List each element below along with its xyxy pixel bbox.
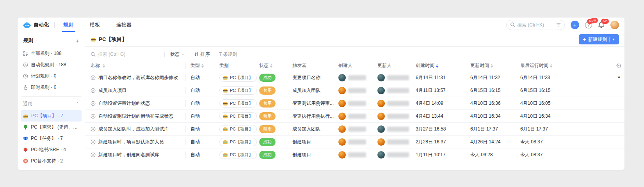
table-row[interactable]: A新建项目时，创建同名测试库自动PC【项目】成功创建项目1月11日 10:17今…	[85, 148, 624, 161]
tab-连接器[interactable]: 连接器	[113, 18, 135, 32]
global-search-input[interactable]	[517, 22, 554, 28]
rule-name-cell[interactable]: A成员加入团队时，成员加入测试库	[85, 126, 186, 132]
user-avatar[interactable]	[610, 21, 619, 29]
status-filter[interactable]: 状态 ⌄	[170, 51, 185, 58]
sidebar-item-自动化规则[interactable]: A自动化规则 · 188	[21, 59, 82, 71]
quick-add-button[interactable]: +	[571, 21, 579, 29]
avatar	[338, 151, 346, 159]
column-header-类别[interactable]: 类别	[219, 62, 259, 69]
scroll-up-arrow[interactable]: ▲	[617, 74, 621, 79]
table-row[interactable]: A新建项目时，项目默认添加人员自动PC【项目】成功创建项目2月28日 16:37…	[85, 136, 624, 148]
rule-search-input[interactable]	[98, 51, 163, 57]
sort-control[interactable]: 排序	[194, 51, 210, 58]
app-name: 自动化	[34, 21, 49, 28]
add-rule-group-button[interactable]: +	[76, 37, 79, 44]
rule-name-cell[interactable]: A新建项目时，项目默认添加人员	[85, 139, 186, 145]
content-area: 规则 + 全部规则 · 188A自动化规则 · 188计划规则 · 0即时规则 …	[18, 32, 624, 170]
user-name-redacted	[387, 139, 409, 145]
svg-text:A: A	[25, 63, 27, 67]
sidebar-item-全部规则[interactable]: 全部规则 · 188	[21, 48, 82, 59]
sidebar-category-PC【任务】[interactable]: PC【任务】 · 7	[21, 133, 82, 144]
table-row[interactable]: A成员加入团队时，成员加入测试库自动PC【项目】禁用成员加入团队3月27日 16…	[85, 123, 624, 136]
sidebar-item-即时规则[interactable]: 即时规则 · 0	[21, 82, 82, 93]
sort-carets-icon[interactable]	[270, 64, 272, 68]
status-badge: 禁用	[259, 99, 276, 108]
column-settings-button[interactable]	[613, 60, 624, 71]
creator-cell	[338, 113, 377, 120]
column-header-触发器[interactable]: 触发器	[292, 62, 338, 69]
avatar	[338, 74, 346, 81]
sidebar-category-PC【项目】[interactable]: PC【项目】 · 7	[21, 110, 82, 122]
category-pill: PC【项目】	[219, 86, 257, 95]
column-header-更新时间[interactable]: 更新时间	[470, 62, 520, 69]
svg-text:A: A	[92, 127, 94, 131]
sort-carets-icon[interactable]	[201, 64, 204, 68]
column-header-名称[interactable]: 名称	[85, 62, 186, 69]
rule-name-cell[interactable]: A新建项目时，创建同名测试库	[85, 152, 186, 158]
column-header-类型[interactable]: 类型	[190, 62, 219, 69]
tab-模板[interactable]: 模板	[87, 18, 103, 32]
global-search[interactable]	[506, 20, 565, 30]
column-header-最后运行时间[interactable]: 最后运行时间	[520, 62, 579, 69]
collapse-chevron-icon[interactable]: ⌃	[76, 102, 79, 106]
column-header-更新人[interactable]: 更新人	[377, 62, 416, 69]
rule-name-cell[interactable]: A项目名称修改时，测试库名称同步修改	[85, 74, 186, 81]
plus-icon: +	[583, 37, 586, 42]
avatar	[377, 151, 385, 159]
avatar	[338, 87, 346, 94]
sidebar-item-计划规则[interactable]: 计划规则 · 0	[21, 71, 82, 82]
column-header-创建人[interactable]: 创建人	[338, 62, 377, 69]
sort-carets-icon[interactable]	[491, 64, 493, 68]
toolbar-divider	[164, 52, 165, 57]
sidebar-category-PC-地书/SRE[interactable]: PC-地书/SRE · 4	[21, 144, 82, 155]
created-time-cell: 4月4日 13:44	[416, 113, 470, 120]
rule-trigger-cell: 创建项目	[292, 139, 338, 145]
sidebar: 规则 + 全部规则 · 188A自动化规则 · 188计划规则 · 0即时规则 …	[18, 32, 85, 170]
notifications-button[interactable]: 52	[598, 21, 605, 28]
rule-search[interactable]	[91, 51, 163, 57]
sort-carets-icon[interactable]	[550, 64, 552, 68]
rule-name-cell[interactable]: A自动设置测试计划的启动和完成状态	[85, 113, 186, 120]
column-header-创建时间[interactable]: 创建时间	[416, 62, 470, 69]
category-pill-label: PC【项目】	[230, 75, 253, 81]
sidebar-category-PC【需求】 (史诗、特...[interactable]: PC【需求】 (史诗、特... · 8	[21, 122, 82, 133]
circle-a-icon: A	[91, 127, 96, 132]
category-pill-label: PC【项目】	[230, 152, 253, 158]
column-header-状态[interactable]: 状态	[259, 62, 292, 69]
user-name-redacted	[348, 139, 366, 145]
filter-icon[interactable]	[556, 23, 561, 27]
rule-type-cell: 自动	[190, 113, 219, 120]
updater-cell	[377, 125, 416, 133]
table-row[interactable]: A自动设置评审计划的状态自动PC【项目】禁用变更测试用例评审...4月4日 14…	[85, 97, 624, 110]
updated-time-cell: 4月10日 16:36	[470, 100, 520, 107]
rule-name-cell[interactable]: A自动设置评审计划的状态	[85, 100, 186, 107]
user-name-redacted	[387, 88, 409, 93]
svg-text:A: A	[92, 89, 94, 92]
hamburger-icon	[222, 88, 228, 93]
sidebar-category-PC暂不支持[interactable]: PC暂不支持 · 2	[21, 155, 82, 167]
rule-category-cell: PC【项目】	[219, 151, 259, 159]
topnav-tabs: 规则模板连接器	[60, 18, 145, 32]
table-row[interactable]: A自动设置测试计划的启动和完成状态自动PC【项目】禁用变更执行用例执行...4月…	[85, 110, 624, 123]
avatar	[338, 138, 346, 146]
rule-category-cell: PC【项目】	[219, 112, 259, 120]
table-row[interactable]: A成员加入项目自动PC【项目】禁用成员加入团队4月11日 13:576月15日 …	[85, 84, 624, 97]
rule-name-cell[interactable]: A成员加入项目	[85, 87, 186, 94]
table-row[interactable]: A项目名称修改时，测试库名称同步修改自动PC【项目】成功变更项目名称6月14日 …	[85, 71, 624, 84]
rule-trigger-cell: 变更项目名称	[292, 74, 338, 81]
creator-cell	[338, 87, 377, 94]
tab-规则[interactable]: 规则	[60, 18, 76, 32]
top-bar-left: 自动化 规则模板连接器	[23, 18, 145, 32]
hamburger-icon	[23, 114, 28, 118]
help-button[interactable]: ? New	[585, 21, 592, 28]
category-pill: PC【项目】	[219, 99, 257, 108]
category-pill: PC【项目】	[219, 125, 257, 133]
rule-category-cell: PC【项目】	[219, 99, 259, 108]
clock-icon	[23, 74, 28, 79]
status-badge: 禁用	[259, 125, 276, 133]
sort-carets-icon[interactable]	[436, 64, 438, 68]
new-rule-button[interactable]: + 新建规则 ▼	[579, 34, 619, 44]
creator-cell	[338, 125, 377, 133]
sort-carets-icon[interactable]	[103, 64, 105, 68]
circle-a-icon: A	[91, 101, 96, 106]
